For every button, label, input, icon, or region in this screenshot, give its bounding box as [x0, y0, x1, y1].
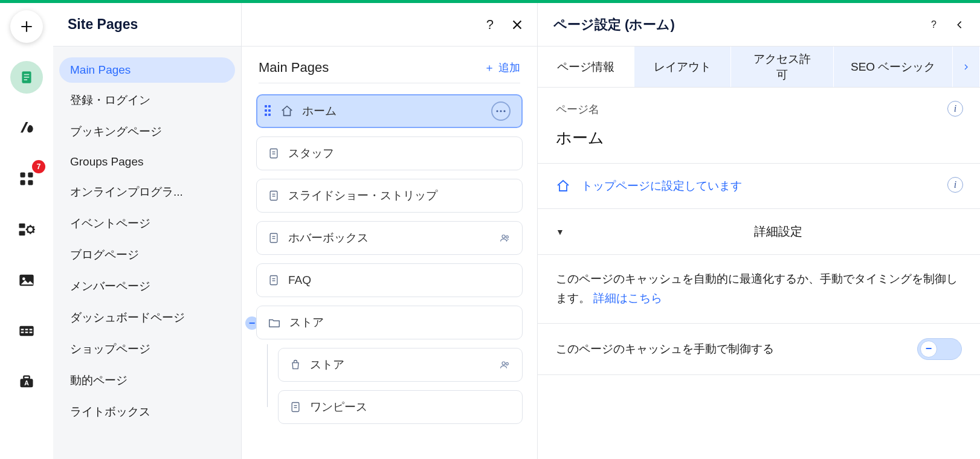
page-label: FAQ [288, 274, 311, 287]
svg-rect-18 [25, 332, 28, 333]
svg-point-25 [503, 110, 505, 112]
theme-button[interactable] [10, 112, 43, 144]
tab-permissions[interactable]: アクセス許可 [731, 47, 834, 87]
page-row-faq[interactable]: FAQ [256, 263, 523, 297]
business-button[interactable]: A [10, 365, 43, 398]
drag-handle-icon[interactable] [265, 105, 272, 117]
svg-rect-15 [25, 329, 28, 330]
page-icon [268, 190, 280, 202]
page-icon [268, 147, 280, 159]
plus-icon: ＋ [484, 60, 495, 75]
page-label: スライドショー・ストリップ [288, 188, 437, 204]
data-button[interactable] [10, 315, 43, 347]
apps-badge: 7 [32, 160, 45, 173]
settings-button[interactable] [10, 213, 43, 246]
manual-cache-toggle[interactable]: − [917, 338, 962, 360]
svg-point-36 [506, 236, 508, 238]
categories-panel: Site Pages Main Pages 登録・ログイン ブッキングページ G… [53, 3, 242, 459]
advanced-header-block[interactable]: ▼ 詳細設定 [538, 209, 980, 255]
category-blog-pages[interactable]: ブログページ [59, 241, 235, 269]
cache-description-block: このページのキャッシュを自動的に最適化するか、手動でタイミングを制御します。 詳… [538, 255, 980, 324]
category-signup-login[interactable]: 登録・ログイン [59, 86, 235, 114]
svg-rect-13 [19, 326, 33, 336]
page-row-staff[interactable]: スタッフ [256, 136, 523, 170]
pages-button[interactable] [10, 61, 43, 94]
category-main-pages[interactable]: Main Pages [59, 57, 235, 83]
category-booking-pages[interactable]: ブッキングページ [59, 118, 235, 146]
tabs-scroll-right[interactable] [953, 47, 980, 87]
category-online-programs[interactable]: オンラインプログラ... [59, 178, 235, 206]
settings-back-button[interactable] [955, 18, 964, 32]
svg-rect-29 [270, 191, 277, 201]
table-icon [18, 323, 35, 339]
info-icon[interactable]: i [947, 177, 963, 193]
svg-rect-14 [21, 329, 24, 330]
svg-point-12 [22, 277, 25, 280]
category-member-pages[interactable]: メンバーページ [59, 272, 235, 300]
svg-rect-26 [270, 149, 277, 158]
chevron-right-icon [962, 62, 970, 72]
category-groups-pages[interactable]: Groups Pages [59, 149, 235, 175]
page-label: ホバーボックス [288, 230, 369, 246]
apps-button[interactable]: 7 [10, 162, 43, 195]
page-row-home[interactable]: ホーム [256, 94, 523, 128]
home-icon [280, 104, 294, 118]
info-icon[interactable]: i [947, 101, 963, 117]
page-icon [19, 69, 34, 85]
main-pages-heading: Main Pages [259, 60, 329, 75]
add-page-label: 追加 [498, 60, 520, 75]
svg-rect-32 [270, 234, 277, 243]
svg-point-41 [506, 362, 508, 365]
category-dashboard-pages[interactable]: ダッシュボードページ [59, 304, 235, 332]
svg-point-40 [502, 362, 505, 365]
page-row-onepiece[interactable]: ワンピース [278, 390, 523, 424]
svg-text:A: A [24, 379, 29, 387]
settings-tabs: ページ情報 レイアウト アクセス許可 SEO ベーシック [538, 47, 980, 88]
homepage-block: i トップページに設定しています [538, 164, 980, 209]
page-row-store[interactable]: ストア [278, 348, 523, 382]
pages-close-button[interactable] [511, 18, 524, 31]
category-shop-pages[interactable]: ショップページ [59, 335, 235, 363]
svg-point-24 [500, 110, 501, 112]
page-label: ストア [310, 357, 344, 373]
tab-seo-basics[interactable]: SEO ベーシック [834, 47, 953, 87]
svg-rect-21 [24, 376, 29, 379]
page-row-hoverbox[interactable]: ホバーボックス [256, 221, 523, 255]
page-settings-panel: ページ設定 (ホーム) ? ページ情報 レイアウト アクセス許可 SEO ベーシ… [538, 3, 980, 459]
page-label: スタッフ [288, 146, 334, 161]
page-settings-title: ページ設定 (ホーム) [553, 16, 675, 34]
svg-rect-6 [21, 180, 25, 185]
briefcase-icon: A [18, 373, 35, 390]
category-event-pages[interactable]: イベントページ [59, 210, 235, 237]
page-more-button[interactable] [491, 101, 511, 121]
settings-icon [18, 220, 36, 239]
category-dynamic-pages[interactable]: 動的ページ [59, 367, 235, 394]
folder-icon [268, 316, 281, 329]
svg-rect-7 [28, 180, 33, 185]
plus-icon [19, 19, 34, 34]
page-icon [268, 232, 280, 244]
caret-down-icon: ▼ [556, 227, 564, 237]
svg-point-35 [502, 235, 505, 238]
svg-rect-8 [19, 223, 25, 228]
pages-help-button[interactable]: ? [486, 17, 494, 33]
cache-learn-more-link[interactable]: 詳細はこちら [593, 292, 662, 304]
page-name-label: ページ名 [556, 102, 962, 117]
page-row-store-folder[interactable]: ストア [256, 306, 523, 339]
tab-layout[interactable]: レイアウト [634, 47, 731, 87]
divider [259, 83, 520, 83]
svg-rect-2 [24, 77, 30, 78]
page-name-block: i ページ名 ホーム [538, 88, 980, 164]
site-pages-title: Site Pages [53, 3, 241, 47]
advanced-label: 詳細設定 [595, 223, 962, 240]
tab-page-info[interactable]: ページ情報 [538, 47, 634, 87]
apps-icon [18, 170, 35, 187]
page-label: ホーム [302, 103, 337, 119]
page-row-slideshow-strip[interactable]: スライドショー・ストリップ [256, 179, 523, 213]
add-button[interactable] [10, 10, 43, 43]
media-button[interactable] [10, 264, 43, 297]
add-page-button[interactable]: ＋ 追加 [484, 60, 520, 75]
settings-help-button[interactable]: ? [931, 19, 936, 30]
svg-point-23 [496, 110, 498, 112]
category-lightboxes[interactable]: ライトボックス [59, 398, 235, 426]
